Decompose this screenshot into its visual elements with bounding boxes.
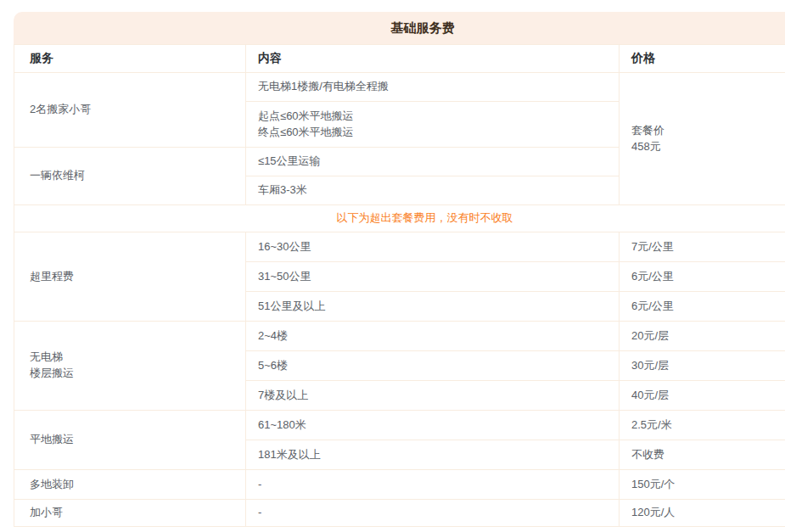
price-cell: 150元/个 — [620, 470, 785, 500]
price-table: 服务 内容 价格 2名搬家小哥 无电梯1楼搬/有电梯全程搬 套餐价 458元 起… — [14, 44, 785, 527]
table-row: 平地搬运 61~180米 2.5元/米 — [14, 411, 785, 440]
content-cell: 16~30公里 — [246, 232, 620, 262]
price-cell: 20元/层 — [620, 322, 785, 351]
content-cell: 61~180米 — [246, 411, 620, 440]
service-cell-movers: 2名搬家小哥 — [14, 73, 246, 148]
table-row: 2名搬家小哥 无电梯1楼搬/有电梯全程搬 套餐价 458元 — [14, 73, 785, 102]
table-row: 超里程费 16~30公里 7元/公里 — [14, 232, 785, 262]
price-cell-package: 套餐价 458元 — [620, 73, 785, 205]
table-row: 无电梯 楼层搬运 2~4楼 20元/层 — [14, 322, 785, 351]
content-cell: 5~6楼 — [246, 351, 620, 381]
content-cell: 2~4楼 — [246, 322, 620, 351]
price-cell: 30元/层 — [620, 351, 785, 381]
content-cell: 7楼及以上 — [246, 381, 620, 411]
content-cell-floor-move: 无电梯1楼搬/有电梯全程搬 — [246, 73, 620, 102]
overage-notice: 以下为超出套餐费用，没有时不收取 — [14, 205, 785, 232]
table-title: 基础服务费 — [391, 20, 455, 36]
service-cell-truck: 一辆依维柯 — [14, 148, 246, 205]
service-cell-flat-move: 平地搬运 — [14, 411, 246, 470]
content-cell: 51公里及以上 — [246, 292, 620, 322]
service-cell-multi-stop: 多地装卸 — [14, 470, 246, 500]
price-cell: 不收费 — [620, 440, 785, 470]
price-cell: 40元/层 — [620, 381, 785, 411]
service-cell-no-elevator: 无电梯 楼层搬运 — [14, 322, 246, 411]
column-header-price: 价格 — [620, 45, 785, 73]
column-header-row: 服务 内容 价格 — [14, 45, 785, 73]
price-cell: 6元/公里 — [620, 292, 785, 322]
content-cell: - — [246, 470, 620, 500]
table-row: 加小哥 - 120元/人 — [14, 500, 785, 527]
content-cell-flat-distance: 起点≤60米平地搬运 终点≤60米平地搬运 — [246, 102, 620, 148]
price-cell: 6元/公里 — [620, 262, 785, 292]
basic-service-fee-card: 基础服务费 服务 内容 价格 2名搬家小哥 无电梯1楼搬/有电梯全程搬 套餐价 … — [14, 12, 785, 527]
price-cell: 2.5元/米 — [620, 411, 785, 440]
table-row: 多地装卸 - 150元/个 — [14, 470, 785, 500]
table-title-band: 基础服务费 — [14, 12, 785, 44]
service-cell-extra-mileage: 超里程费 — [14, 232, 246, 322]
content-cell: 31~50公里 — [246, 262, 620, 292]
price-cell: 7元/公里 — [620, 232, 785, 262]
content-cell: 181米及以上 — [246, 440, 620, 470]
content-cell-cargo-size: 车厢3-3米 — [246, 176, 620, 205]
column-header-service: 服务 — [14, 45, 246, 73]
content-cell: - — [246, 500, 620, 527]
price-cell: 120元/人 — [620, 500, 785, 527]
service-cell-extra-mover: 加小哥 — [14, 500, 246, 527]
notice-row: 以下为超出套餐费用，没有时不收取 — [14, 205, 785, 232]
content-cell-transport-km: ≤15公里运输 — [246, 148, 620, 176]
column-header-content: 内容 — [246, 45, 620, 73]
